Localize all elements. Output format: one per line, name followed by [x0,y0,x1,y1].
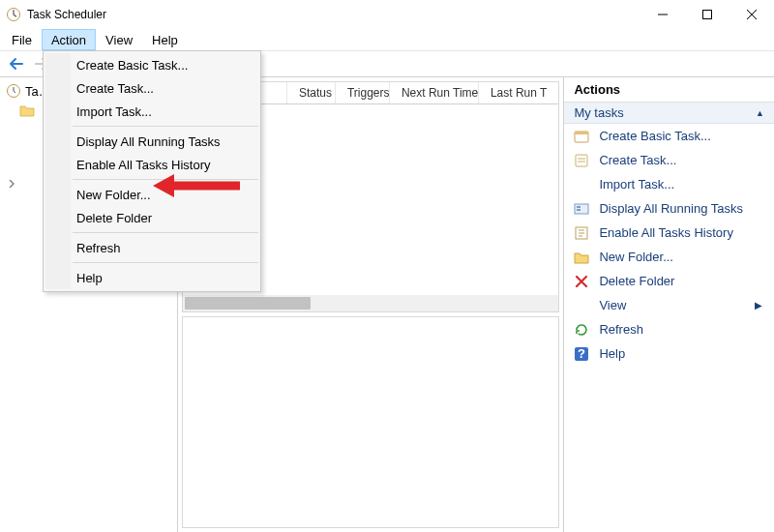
action-label: Refresh [599,322,643,337]
action-label: Help [599,346,625,361]
action-label: New Folder... [599,250,673,264]
app-icon [6,7,21,22]
svg-rect-8 [577,209,580,211]
titlebar: Task Scheduler [0,0,774,29]
action-new-folder[interactable]: New Folder... [564,245,774,269]
import-icon [574,177,589,192]
col-status[interactable]: Status [287,82,336,103]
menu-file[interactable]: File [2,29,42,50]
chevron-right-icon: ▶ [755,300,762,310]
svg-rect-5 [576,155,587,166]
actions-group-label: My tasks [574,105,623,120]
action-enable-history[interactable]: Enable All Tasks History [564,221,774,245]
actions-group-header[interactable]: My tasks ▲ [564,103,774,124]
action-refresh[interactable]: Refresh [564,317,774,341]
action-label: Display All Running Tasks [599,201,743,216]
menu-action[interactable]: Action [42,29,96,50]
action-label: Import Task... [599,177,674,192]
refresh-icon [574,322,589,338]
menubar: File Action View Help [0,29,774,50]
action-label: Delete Folder [599,274,674,288]
maximize-button[interactable] [685,0,729,29]
minimize-button[interactable] [640,0,685,29]
svg-rect-4 [575,132,588,134]
col-triggers[interactable]: Triggers [336,82,390,103]
folder-icon [19,103,35,118]
task-detail-pane [182,316,559,528]
action-delete-folder[interactable]: Delete Folder [564,269,774,293]
action-label: View [599,298,626,312]
window-controls [640,0,774,29]
menu-gutter [45,53,71,289]
svg-rect-7 [577,206,580,208]
running-tasks-icon [574,201,589,217]
history-icon [574,225,589,241]
close-button[interactable] [729,0,774,29]
action-create-basic-task[interactable]: Create Basic Task... [564,124,774,148]
action-import-task[interactable]: Import Task... [564,172,774,196]
menu-separator [73,126,258,127]
menu-refresh[interactable]: Refresh [44,236,260,259]
menu-separator [73,232,258,233]
actions-pane: Actions My tasks ▲ Create Basic Task... … [564,77,774,532]
help-icon: ? [574,346,589,362]
menu-create-task[interactable]: Create Task... [44,76,260,100]
horizontal-scrollbar[interactable] [183,295,558,311]
action-display-running[interactable]: Display All Running Tasks [564,196,774,221]
menu-help[interactable]: Help [142,29,188,50]
scroll-thumb[interactable] [185,297,311,310]
menu-import-task[interactable]: Import Task... [44,100,260,123]
svg-text:?: ? [578,346,585,361]
action-label: Enable All Tasks History [599,225,733,240]
blank-icon [574,298,589,313]
chevron-right-icon [6,180,17,188]
col-next-run[interactable]: Next Run Time [390,82,479,103]
menu-separator [73,262,258,263]
action-help[interactable]: ? Help [564,341,774,366]
new-folder-icon [574,250,589,265]
back-button[interactable] [6,53,27,74]
menu-delete-folder[interactable]: Delete Folder [44,206,260,229]
calendar-icon [574,129,589,144]
annotation-arrow [153,172,240,199]
action-label: Create Task... [599,153,676,167]
action-dropdown-menu: Create Basic Task... Create Task... Impo… [43,50,261,292]
menu-display-running[interactable]: Display All Running Tasks [44,130,260,153]
caret-up-icon: ▲ [756,108,764,118]
delete-icon [574,274,589,289]
menu-create-basic-task[interactable]: Create Basic Task... [44,53,260,76]
clock-icon [6,83,21,99]
menu-view[interactable]: View [96,29,142,50]
action-label: Create Basic Task... [599,129,710,143]
svg-rect-1 [703,11,712,19]
col-last-run[interactable]: Last Run T [479,82,558,103]
task-icon [574,153,589,168]
window-title: Task Scheduler [27,8,106,21]
menu-help[interactable]: Help [44,266,260,289]
actions-header: Actions [564,77,774,103]
action-create-task[interactable]: Create Task... [564,148,774,172]
action-view-submenu[interactable]: View ▶ [564,293,774,317]
